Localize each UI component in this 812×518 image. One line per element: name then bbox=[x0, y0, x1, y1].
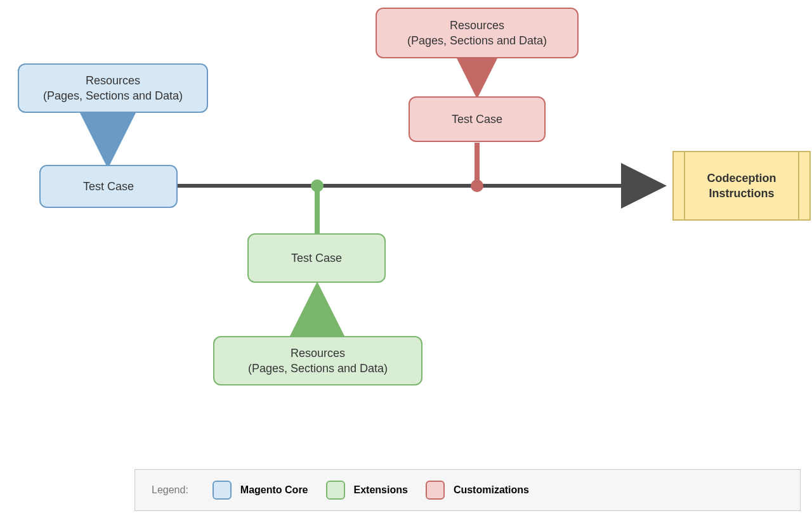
green-test-label: Test Case bbox=[291, 250, 342, 266]
green-resources-box: Resources (Pages, Sections and Data) bbox=[213, 336, 422, 385]
legend-label-core: Magento Core bbox=[240, 484, 308, 496]
legend-label-customizations: Customizations bbox=[454, 484, 529, 496]
blue-test-box: Test Case bbox=[39, 165, 178, 208]
legend-item-extensions: Extensions bbox=[326, 481, 408, 500]
legend-swatch-green bbox=[326, 481, 345, 500]
legend-swatch-red bbox=[426, 481, 445, 500]
legend-item-core: Magento Core bbox=[213, 481, 308, 500]
blue-resources-box: Resources (Pages, Sections and Data) bbox=[18, 63, 208, 113]
green-resources-line1: Resources bbox=[291, 347, 345, 359]
red-test-box: Test Case bbox=[409, 96, 546, 142]
output-line2: Instructions bbox=[709, 187, 774, 200]
green-test-box: Test Case bbox=[247, 233, 386, 283]
legend-label-extensions: Extensions bbox=[354, 484, 408, 496]
output-box: Codeception Instructions bbox=[672, 151, 811, 221]
red-resources-line2: (Pages, Sections and Data) bbox=[407, 34, 547, 47]
red-test-label: Test Case bbox=[452, 112, 502, 127]
blue-resources-line2: (Pages, Sections and Data) bbox=[43, 89, 183, 102]
legend: Legend: Magento Core Extensions Customiz… bbox=[134, 469, 801, 511]
legend-swatch-blue bbox=[213, 481, 232, 500]
legend-title: Legend: bbox=[152, 484, 188, 496]
blue-test-label: Test Case bbox=[83, 179, 134, 194]
output-line1: Codeception bbox=[707, 172, 776, 185]
green-resources-line2: (Pages, Sections and Data) bbox=[248, 362, 388, 375]
red-junction-dot bbox=[471, 179, 483, 192]
red-resources-line1: Resources bbox=[450, 19, 504, 32]
legend-item-customizations: Customizations bbox=[426, 481, 529, 500]
red-resources-box: Resources (Pages, Sections and Data) bbox=[376, 8, 579, 58]
blue-resources-line1: Resources bbox=[86, 74, 140, 87]
green-junction-dot bbox=[311, 179, 324, 192]
